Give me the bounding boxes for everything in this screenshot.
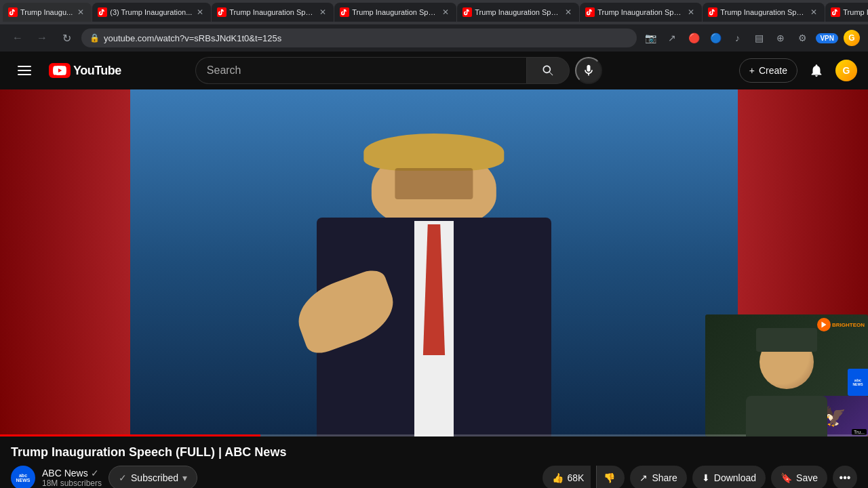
brighteon-logo-text: BRIGHTEON [832, 322, 865, 328]
channel-name-text[interactable]: ABC News [42, 468, 88, 479]
notifications-button[interactable] [803, 57, 830, 84]
tab-close-7[interactable]: ✕ [808, 7, 819, 18]
back-button[interactable]: ← [8, 28, 27, 47]
svg-rect-0 [18, 66, 31, 67]
tab-1[interactable]: Trump Inaugu... ✕ [3, 3, 92, 22]
tab-close-1[interactable]: ✕ [75, 7, 86, 18]
tab-close-2[interactable]: ✕ [195, 7, 205, 18]
channel-info: abcNEWS ABC News ✓ 18M subscribers ✓ Sub… [11, 466, 197, 488]
create-label: Create [759, 65, 787, 76]
pip-logo: BRIGHTEON [817, 318, 865, 331]
tab-close-4[interactable]: ✕ [440, 7, 451, 18]
like-button[interactable]: 👍 68K [542, 466, 591, 488]
tab-title-3: Trump Inauguration Spe... [229, 8, 315, 16]
tab-favicon-8 [831, 7, 840, 17]
verified-badge-icon: ✓ [91, 468, 99, 479]
more-options-button[interactable]: ••• [833, 466, 857, 488]
video-progress-bar[interactable] [0, 434, 868, 436]
tab-close-3[interactable]: ✕ [317, 7, 328, 18]
video-container[interactable]: abc NEWS [0, 89, 868, 436]
video-frame: abc NEWS [0, 89, 868, 436]
share-icon[interactable]: ↗ [664, 30, 680, 46]
video-actions: 👍 68K 👎 ↗ Share ⬇ Download 🔖 Save ••• [542, 466, 857, 488]
mic-button[interactable] [575, 57, 602, 84]
share-button[interactable]: ↗ Share [630, 466, 686, 488]
tab-favicon-4 [340, 7, 349, 17]
tab-bar: Trump Inaugu... ✕ (3) Trump Inauguration… [0, 0, 868, 24]
download-icon: ⬇ [702, 472, 710, 483]
video-person [239, 124, 629, 436]
tab-favicon-6 [585, 7, 595, 17]
like-count: 68K [568, 472, 585, 483]
share-label: Share [652, 472, 677, 483]
header-actions: + Create G [739, 57, 857, 84]
search-button[interactable] [526, 57, 570, 84]
svg-rect-1 [18, 70, 31, 71]
channel-avatar[interactable]: abcNEWS [11, 466, 35, 488]
search-bar [195, 57, 602, 84]
extension-red-icon[interactable]: 🔴 [686, 30, 702, 46]
address-bar-icons: 📷 ↗ 🔴 🔵 ♪ ▤ ⊕ ⚙ VPN G [642, 30, 860, 46]
save-button[interactable]: 🔖 Save [771, 466, 827, 488]
abc-corner-badge: abc NEWS [848, 369, 868, 396]
channel-details: ABC News ✓ 18M subscribers [42, 468, 102, 488]
tab-3[interactable]: Trump Inauguration Spe... ✕ [212, 3, 334, 22]
tab-6[interactable]: Trump Inauguration Spe... ✕ [580, 3, 702, 22]
music-icon[interactable]: ♪ [729, 30, 745, 46]
channel-avatar-inner: abcNEWS [11, 466, 35, 488]
user-account-button[interactable]: G [835, 60, 857, 81]
tab-title-6: Trump Inauguration Spe... [597, 8, 683, 16]
tab-close-5[interactable]: ✕ [563, 7, 574, 18]
brighteon-logo-icon [817, 318, 831, 331]
video-progress-fill [0, 434, 260, 436]
video-title: Trump Inauguration Speech (FULL) | ABC N… [11, 445, 857, 460]
tab-title-7: Trump Inauguration Spe... [720, 8, 806, 16]
tab-7[interactable]: Trump Inauguration Spe... ✕ [703, 3, 825, 22]
youtube-logo[interactable]: YouTube [49, 63, 121, 78]
tab-favicon-3 [217, 7, 226, 17]
video-player[interactable]: abc NEWS [0, 89, 868, 436]
download-label: Download [714, 472, 756, 483]
thumbs-up-icon: 👍 [552, 472, 564, 483]
tab-favicon-5 [462, 7, 472, 17]
tab-title-8: Trump Inauguration Spe... [843, 8, 868, 16]
create-button[interactable]: + Create [739, 58, 797, 83]
youtube-header: YouTube + Create G [0, 52, 868, 89]
subscribe-check-icon: ✓ [119, 472, 127, 483]
dislike-button[interactable]: 👎 [597, 466, 625, 488]
sidebar-icon[interactable]: ▤ [751, 30, 767, 46]
share-icon: ↗ [639, 472, 648, 483]
tab-title-5: Trump Inauguration Spe... [475, 8, 560, 16]
address-bar: ← → ↻ 🔒 youtube.com/watch?v=sRBsJNdK1t0&… [0, 24, 868, 52]
refresh-button[interactable]: ↻ [57, 28, 76, 47]
search-input[interactable] [195, 57, 526, 84]
create-plus-icon: + [749, 65, 755, 76]
user-avatar[interactable]: G [844, 30, 860, 46]
extension-blue-icon[interactable]: 🔵 [707, 30, 724, 46]
tab-title-2: (3) Trump Inauguration... [110, 8, 192, 16]
screen-capture-icon[interactable]: 📷 [642, 30, 658, 46]
tab-2[interactable]: (3) Trump Inauguration... ✕ [92, 3, 211, 22]
lock-icon: 🔒 [90, 33, 100, 43]
tab-close-6[interactable]: ✕ [686, 7, 696, 18]
channel-subscribers: 18M subscribers [42, 479, 102, 488]
tab-favicon-7 [708, 7, 717, 17]
hamburger-menu-button[interactable] [11, 57, 38, 84]
tab-8[interactable]: Trump Inauguration Spe... ✕ [825, 3, 868, 22]
url-text: youtube.com/watch?v=sRBsJNdK1t0&t=125s [104, 33, 629, 43]
extensions-icon[interactable]: ⊕ [772, 30, 789, 46]
subscribe-chevron-icon: ▾ [182, 472, 187, 483]
download-button[interactable]: ⬇ Download [692, 466, 766, 488]
settings-icon[interactable]: ⚙ [794, 30, 810, 46]
more-icon: ••• [840, 472, 851, 484]
tab-4[interactable]: Trump Inauguration Spe... ✕ [334, 3, 456, 22]
vpn-badge[interactable]: VPN [816, 33, 838, 43]
save-label: Save [796, 472, 818, 483]
subscribe-button[interactable]: ✓ Subscribed ▾ [108, 466, 197, 488]
svg-rect-2 [18, 74, 31, 75]
tab-5[interactable]: Trump Inauguration Spe... ✕ [457, 3, 579, 22]
svg-marker-3 [822, 322, 827, 328]
tab-title-1: Trump Inaugu... [20, 8, 73, 16]
url-bar[interactable]: 🔒 youtube.com/watch?v=sRBsJNdK1t0&t=125s [81, 28, 637, 47]
forward-button[interactable]: → [33, 28, 52, 47]
